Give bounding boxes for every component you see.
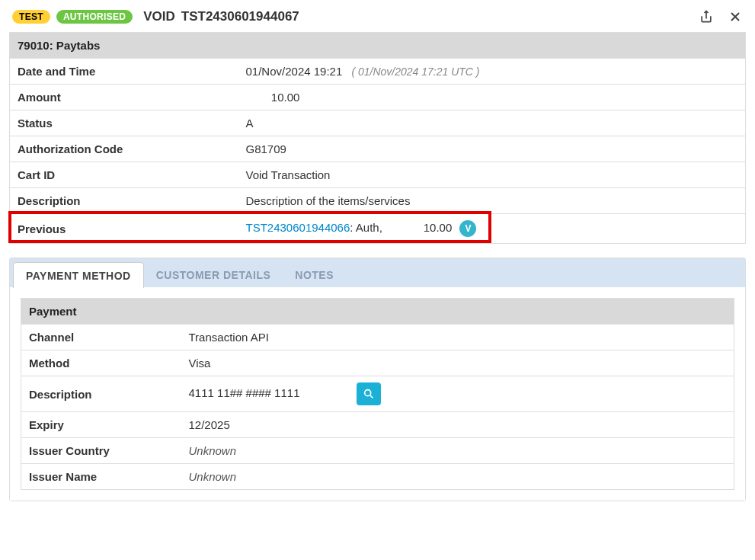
issuer-name-value: Unknown [181,464,734,490]
channel-value: Transaction API [181,325,734,350]
transaction-details-table: 79010: Paytabs Date and Time 01/Nov/2024… [9,32,746,244]
payment-header: Payment [21,299,734,325]
description-label: Description [10,188,238,214]
tabs-header: PAYMENT METHOD CUSTOMER DETAILS NOTES [10,258,745,287]
table-row: Authorization Code G81709 [10,136,746,162]
table-row: Description Description of the items/ser… [10,188,746,214]
verified-badge-icon: V [459,220,476,237]
table-row: Issuer Name Unknown [21,464,734,490]
previous-value: TST2430601944066: Auth,10.00 V [238,214,746,244]
close-icon[interactable] [728,9,743,24]
auth-code-value: G81709 [238,136,746,162]
table-row: Description 4111 11## #### 1111 [21,376,734,412]
tab-payment-method[interactable]: PAYMENT METHOD [13,262,144,288]
issuer-country-value: Unknown [181,438,734,464]
card-desc-value: 4111 11## #### 1111 [181,376,734,412]
status-value: A [238,110,746,136]
share-icon[interactable] [699,9,714,24]
tab-customer-details[interactable]: CUSTOMER DETAILS [144,262,283,287]
issuer-name-label: Issuer Name [21,464,181,490]
card-desc-label: Description [21,376,181,412]
merchant-header: 79010: Paytabs [10,33,746,59]
amount-value: 10.00 [238,85,746,110]
test-badge: TEST [12,10,50,24]
expiry-value: 12/2025 [181,412,734,438]
cart-id-label: Cart ID [10,162,238,188]
table-row: Expiry 12/2025 [21,412,734,438]
svg-point-0 [364,390,370,396]
date-utc: ( 01/Nov/2024 17:21 UTC ) [351,66,479,78]
previous-status: : Auth, [350,221,405,234]
void-label: VOID [143,9,175,24]
previous-amount: 10.00 [405,221,456,234]
method-label: Method [21,350,181,376]
transaction-ref: TST2430601944067 [181,9,299,24]
header-actions [699,9,743,24]
table-row: Date and Time 01/Nov/2024 19:21 ( 01/Nov… [10,59,746,85]
previous-txn-link[interactable]: TST2430601944066 [246,221,350,234]
table-row: Method Visa [21,350,734,376]
auth-code-label: Authorization Code [10,136,238,162]
table-row: Channel Transaction API [21,325,734,350]
method-value: Visa [181,350,734,376]
date-local: 01/Nov/2024 19:21 [246,65,343,78]
table-row: Issuer Country Unknown [21,438,734,464]
expiry-label: Expiry [21,412,181,438]
previous-label: Previous [10,214,238,244]
status-label: Status [10,110,238,136]
amount-label: Amount [10,85,238,110]
masked-card: 4111 11## #### 1111 [189,386,300,399]
transaction-header: TEST AUTHORISED VOID TST2430601944067 [9,9,746,32]
table-row: Status A [10,110,746,136]
tabs-container: PAYMENT METHOD CUSTOMER DETAILS NOTES Pa… [9,258,746,501]
channel-label: Channel [21,325,181,350]
authorised-badge: AUTHORISED [56,10,133,24]
description-value: Description of the items/services [238,188,746,214]
tab-body: Payment Channel Transaction API Method V… [10,287,745,501]
search-card-button[interactable] [357,382,381,405]
table-row: Cart ID Void Transaction [10,162,746,188]
issuer-country-label: Issuer Country [21,438,181,464]
payment-table: Payment Channel Transaction API Method V… [21,298,734,490]
table-row: Amount 10.00 [10,85,746,110]
previous-row: Previous TST2430601944066: Auth,10.00 V [10,214,746,244]
date-label: Date and Time [10,59,238,85]
tab-notes[interactable]: NOTES [283,262,346,287]
cart-id-value: Void Transaction [238,162,746,188]
date-value: 01/Nov/2024 19:21 ( 01/Nov/2024 17:21 UT… [238,59,746,85]
